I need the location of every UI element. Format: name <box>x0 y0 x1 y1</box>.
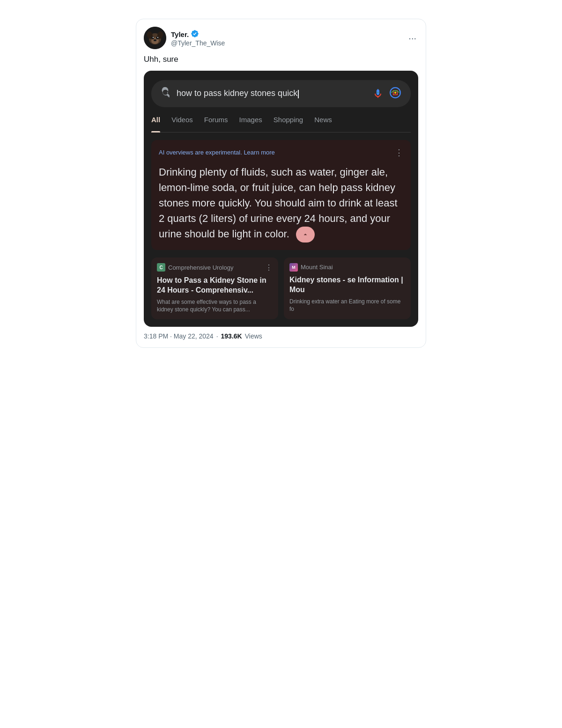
name-text: Tyler. <box>171 30 189 38</box>
display-name: Tyler. <box>171 29 225 39</box>
source-2-desc: Drinking extra water an Eating more of s… <box>289 298 405 314</box>
svg-point-5 <box>151 37 154 39</box>
svg-point-9 <box>154 39 156 41</box>
tab-shopping[interactable]: Shopping <box>274 116 303 127</box>
svg-point-7 <box>153 37 154 38</box>
source-card-2[interactable]: M Mount Sinai Kidney stones - se Informa… <box>284 257 411 319</box>
tweet-header-left: Tyler. @Tyler_The_Wise <box>144 27 225 49</box>
voice-search-icon[interactable] <box>372 88 384 99</box>
more-options-button[interactable]: ··· <box>407 31 418 45</box>
comprehensive-urology-favicon: C <box>157 263 165 272</box>
svg-point-14 <box>394 92 396 94</box>
ai-label-text: AI overviews are experimental. <box>159 149 242 156</box>
verified-icon <box>191 29 199 39</box>
svg-rect-11 <box>377 89 378 90</box>
query-text: how to pass kidney stones quick <box>177 88 297 98</box>
google-screenshot: how to pass kidney stones quick <box>144 71 418 327</box>
ai-overview-box: AI overviews are experimental. Learn mor… <box>151 140 411 250</box>
mount-sinai-favicon: M <box>289 263 298 272</box>
tweet-views-label: Views <box>245 332 262 340</box>
google-lens-icon[interactable] <box>389 87 401 101</box>
tab-images[interactable]: Images <box>239 116 262 127</box>
source-2-site: M Mount Sinai <box>289 263 333 272</box>
tab-videos[interactable]: Videos <box>171 116 193 127</box>
tweet-views-count: 193.6K <box>221 332 242 340</box>
source-2-site-name: Mount Sinai <box>301 264 333 271</box>
ai-overview-more-button[interactable]: ⋮ <box>395 147 403 158</box>
tab-forums[interactable]: Forums <box>204 116 228 127</box>
tab-news[interactable]: News <box>314 116 332 127</box>
search-cursor <box>298 90 299 98</box>
tab-all[interactable]: All <box>151 116 160 127</box>
username: @Tyler_The_Wise <box>171 39 225 47</box>
search-query-text: how to pass kidney stones quick <box>177 88 367 98</box>
tweet-card: Tyler. @Tyler_The_Wise ··· Uhh, sure <box>136 19 426 348</box>
ai-overview-text: Drinking plenty of fluids, such as water… <box>159 164 403 243</box>
ai-overview-header: AI overviews are experimental. Learn mor… <box>159 147 403 158</box>
source-cards: C Comprehensive Urology ⋮ How to Pass a … <box>151 257 411 319</box>
source-1-site: C Comprehensive Urology <box>157 263 233 272</box>
tweet-footer: 3:18 PM · May 22, 2024 · 193.6K Views <box>144 332 418 340</box>
source-card-1-header: C Comprehensive Urology ⋮ <box>157 263 273 272</box>
svg-point-6 <box>156 37 159 39</box>
search-bar[interactable]: how to pass kidney stones quick <box>151 80 411 107</box>
ai-overview-label: AI overviews are experimental. Learn mor… <box>159 149 275 156</box>
ai-text-content: Drinking plenty of fluids, such as water… <box>159 166 398 240</box>
collapse-ai-button[interactable] <box>296 227 315 243</box>
svg-point-8 <box>157 37 158 38</box>
avatar[interactable] <box>144 27 166 49</box>
tweet-header: Tyler. @Tyler_The_Wise ··· <box>144 27 418 49</box>
tweet-text: Uhh, sure <box>144 54 418 65</box>
source-card-2-header: M Mount Sinai <box>289 263 405 272</box>
dot-separator: · <box>216 332 218 340</box>
source-card-1-more-button[interactable]: ⋮ <box>265 263 273 272</box>
source-2-title: Kidney stones - se Information | Mou <box>289 275 405 295</box>
search-tabs: All Videos Forums Images Shopping News <box>151 116 411 132</box>
source-1-title: How to Pass a Kidney Stone in 24 Hours -… <box>157 276 273 295</box>
source-1-site-name: Comprehensive Urology <box>168 264 233 271</box>
tweet-timestamp: 3:18 PM · May 22, 2024 <box>144 332 214 340</box>
ai-learn-more-link[interactable]: Learn more <box>244 149 274 156</box>
source-card-1[interactable]: C Comprehensive Urology ⋮ How to Pass a … <box>151 257 278 319</box>
user-info: Tyler. @Tyler_The_Wise <box>171 29 225 47</box>
search-icon <box>161 87 171 100</box>
source-1-desc: What are some effective ways to pass a k… <box>157 298 273 314</box>
svg-rect-12 <box>377 92 378 93</box>
